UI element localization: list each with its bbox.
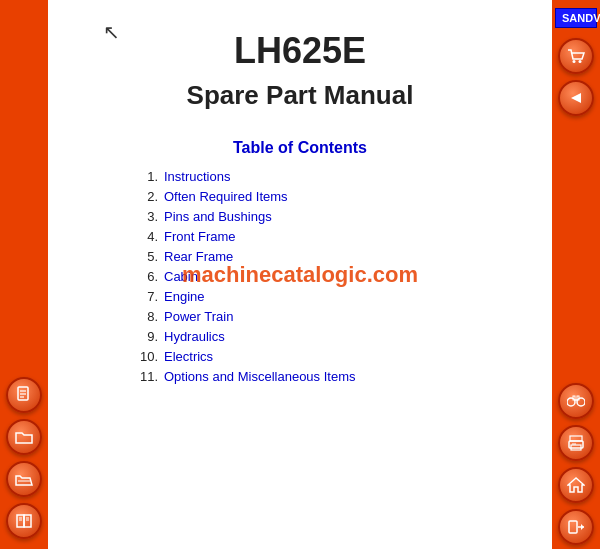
folder-button[interactable]: [6, 419, 42, 455]
svg-point-13: [577, 398, 585, 406]
toc-item[interactable]: 10.Electrics: [130, 349, 470, 364]
toc-item[interactable]: 2.Often Required Items: [130, 189, 470, 204]
toc-number: 9.: [130, 329, 158, 344]
svg-marker-21: [568, 478, 584, 492]
toc-link[interactable]: Options and Miscellaneous Items: [164, 369, 355, 384]
toc-item[interactable]: 6.Cabin: [130, 269, 470, 284]
toc-item[interactable]: 3.Pins and Bushings: [130, 209, 470, 224]
toc-list: 1.Instructions2.Often Required Items3.Pi…: [130, 169, 470, 389]
document-subtitle: Spare Part Manual: [187, 80, 414, 111]
toc-number: 4.: [130, 229, 158, 244]
toc-number: 11.: [130, 369, 158, 384]
toc-link[interactable]: Hydraulics: [164, 329, 225, 344]
cursor-indicator: ↖: [103, 20, 120, 44]
toc-item[interactable]: 5.Rear Frame: [130, 249, 470, 264]
svg-point-9: [573, 60, 576, 63]
toc-number: 10.: [130, 349, 158, 364]
toc-link[interactable]: Instructions: [164, 169, 230, 184]
toc-item[interactable]: 4.Front Frame: [130, 229, 470, 244]
document-button[interactable]: [6, 377, 42, 413]
toc-heading: Table of Contents: [233, 139, 367, 157]
toc-number: 7.: [130, 289, 158, 304]
cart-button[interactable]: [558, 38, 594, 74]
svg-marker-24: [581, 524, 584, 530]
home-button[interactable]: [558, 467, 594, 503]
toc-number: 6.: [130, 269, 158, 284]
svg-marker-11: [571, 93, 581, 103]
book-button[interactable]: [6, 503, 42, 539]
toc-item[interactable]: 11.Options and Miscellaneous Items: [130, 369, 470, 384]
toc-number: 2.: [130, 189, 158, 204]
exit-button[interactable]: [558, 509, 594, 545]
toc-link[interactable]: Cabin: [164, 269, 198, 284]
right-sidebar: SANDVIK: [552, 0, 600, 549]
toc-number: 8.: [130, 309, 158, 324]
printer-button[interactable]: [558, 425, 594, 461]
toc-item[interactable]: 9.Hydraulics: [130, 329, 470, 344]
toc-item[interactable]: 8.Power Train: [130, 309, 470, 324]
toc-link[interactable]: Power Train: [164, 309, 233, 324]
document-title: LH625E: [234, 30, 366, 72]
toc-item[interactable]: 7.Engine: [130, 289, 470, 304]
sandvik-logo[interactable]: SANDVIK: [555, 8, 597, 28]
toc-item[interactable]: 1.Instructions: [130, 169, 470, 184]
toc-link[interactable]: Electrics: [164, 349, 213, 364]
toc-link[interactable]: Rear Frame: [164, 249, 233, 264]
left-sidebar: [0, 0, 48, 549]
svg-rect-22: [569, 521, 577, 533]
binoculars-button[interactable]: [558, 383, 594, 419]
open-folder-button[interactable]: [6, 461, 42, 497]
toc-number: 5.: [130, 249, 158, 264]
toc-link[interactable]: Pins and Bushings: [164, 209, 272, 224]
svg-point-10: [579, 60, 582, 63]
toc-number: 3.: [130, 209, 158, 224]
toc-link[interactable]: Engine: [164, 289, 204, 304]
back-button[interactable]: [558, 80, 594, 116]
main-content: ↖ LH625E Spare Part Manual Table of Cont…: [48, 0, 552, 549]
toc-link[interactable]: Front Frame: [164, 229, 236, 244]
toc-link[interactable]: Often Required Items: [164, 189, 288, 204]
svg-point-12: [567, 398, 575, 406]
toc-number: 1.: [130, 169, 158, 184]
